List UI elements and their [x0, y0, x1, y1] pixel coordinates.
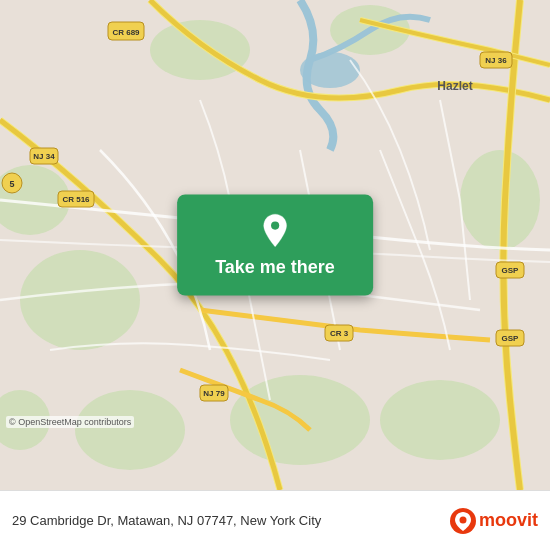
svg-point-10 [300, 52, 360, 88]
map-container: CR 689 NJ 36 NJ 34 CR 516 CR 3 NJ 79 GSP… [0, 0, 550, 490]
address-text: 29 Cambridge Dr, Matawan, NJ 07747, New … [12, 513, 441, 528]
bottom-bar: 29 Cambridge Dr, Matawan, NJ 07747, New … [0, 490, 550, 550]
svg-text:NJ 34: NJ 34 [33, 152, 55, 161]
location-pin-icon [257, 213, 293, 249]
button-overlay: Take me there [177, 195, 373, 296]
svg-point-32 [459, 516, 466, 523]
svg-text:Hazlet: Hazlet [437, 79, 472, 93]
svg-point-7 [150, 20, 250, 80]
svg-text:5: 5 [9, 179, 14, 189]
svg-text:NJ 79: NJ 79 [203, 389, 225, 398]
moovit-logo: moovit [449, 507, 538, 535]
osm-attribution: © OpenStreetMap contributors [6, 416, 134, 428]
svg-text:NJ 36: NJ 36 [485, 56, 507, 65]
attribution-text: © OpenStreetMap contributors [9, 417, 131, 427]
svg-point-3 [75, 390, 185, 470]
take-me-there-button[interactable]: Take me there [177, 195, 373, 296]
svg-text:CR 516: CR 516 [62, 195, 90, 204]
svg-text:GSP: GSP [502, 334, 520, 343]
svg-text:GSP: GSP [502, 266, 520, 275]
moovit-text: moovit [479, 510, 538, 531]
svg-point-5 [380, 380, 500, 460]
svg-point-30 [271, 222, 279, 230]
svg-point-1 [20, 250, 140, 350]
svg-text:CR 689: CR 689 [112, 28, 140, 37]
moovit-brand-icon [449, 507, 477, 535]
svg-text:CR 3: CR 3 [330, 329, 349, 338]
take-me-there-label: Take me there [215, 257, 335, 278]
